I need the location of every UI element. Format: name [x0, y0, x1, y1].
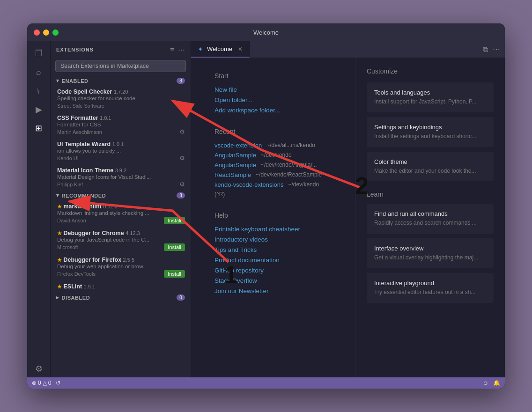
maximize-button[interactable]: [52, 29, 59, 36]
recent-item: AngularSample ~/dev/kendo/Angular...: [214, 162, 322, 169]
sidebar-title: EXTENSIONS: [56, 47, 94, 52]
source-control-icon[interactable]: ⑂: [30, 82, 47, 99]
editor-area: ✦ Welcome ✕ ⧉ ⋯: [191, 41, 505, 377]
tab-bar-actions: ⧉ ⋯: [478, 41, 505, 58]
tab-label: Welcome: [207, 45, 232, 52]
errors-status[interactable]: ⊗ 0 △ 0: [32, 380, 51, 386]
enabled-section-header[interactable]: ▾ ENABLED 8: [51, 76, 191, 86]
star-icon: ★: [57, 204, 62, 209]
github-link[interactable]: GitHub repository: [214, 267, 322, 274]
help-section: Help Printable keyboard cheatsheet Intro…: [214, 212, 322, 294]
error-icon: ⊗: [32, 380, 37, 386]
main-area: ❐ ⌕ ⑂ ▶ ⊞ ⚙ EXTENSIONS ≡ ⋯ Search Extens…: [27, 41, 505, 377]
disabled-section-header[interactable]: ▸ DISABLED 0: [51, 293, 191, 302]
status-bar: ⊗ 0 △ 0 ↺ ☺ 🔔: [27, 377, 505, 389]
gear-icon[interactable]: ⚙: [179, 128, 185, 135]
ext-code-spell-checker[interactable]: Code Spell Checker 1.7.20 Spelling check…: [51, 86, 191, 112]
gear-icon[interactable]: ⚙: [179, 154, 185, 162]
content-area: Start New file Open folder... Add worksp…: [191, 58, 505, 377]
more-icon[interactable]: ⋯: [178, 45, 185, 54]
tips-tricks-link[interactable]: Tips and Tricks: [214, 246, 322, 253]
tab-welcome[interactable]: ✦ Welcome ✕: [191, 41, 250, 58]
bell-icon[interactable]: 🔔: [493, 380, 500, 386]
add-workspace-folder-link[interactable]: Add workspace folder...: [214, 107, 322, 114]
extension-search[interactable]: Search Extensions in Marketplace: [55, 60, 186, 72]
star-icon: ★: [57, 257, 62, 263]
disabled-label: ▸ DISABLED: [56, 294, 90, 301]
ext-ui-template-wizard[interactable]: UI Template Wizard 1.0.1 ion allows you …: [51, 138, 191, 164]
install-markdownlint-button[interactable]: Install: [164, 217, 185, 224]
history-status[interactable]: ↺: [56, 380, 60, 386]
settings-icon[interactable]: ⚙: [30, 360, 47, 377]
start-title: Start: [214, 72, 322, 80]
settings-keybindings-card[interactable]: Settings and keybindings Install the set…: [367, 117, 494, 147]
gear-icon[interactable]: ⚙: [179, 181, 185, 188]
welcome-columns: Start New file Open folder... Add worksp…: [214, 72, 332, 298]
sidebar-header: EXTENSIONS ≡ ⋯: [51, 41, 191, 58]
status-right: ☺ 🔔: [483, 380, 500, 386]
welcome-panel: Start New file Open folder... Add worksp…: [191, 58, 355, 377]
recent-section: Recent vscode-extension ~/dev/al...ins/k…: [214, 128, 322, 198]
recommended-section-header[interactable]: ▾ RECOMMENDED 8: [51, 191, 191, 200]
activity-bar: ❐ ⌕ ⑂ ▶ ⊞ ⚙: [27, 41, 51, 377]
star-icon: ★: [57, 230, 62, 236]
ext-debugger-firefox[interactable]: ★ Debugger for Firefox 2.5.5 Debug your …: [51, 254, 191, 280]
tools-languages-card[interactable]: Tools and languages Install support for …: [367, 82, 494, 112]
install-debugger-chrome-button[interactable]: Install: [164, 243, 185, 251]
install-debugger-firefox-button[interactable]: Install: [164, 270, 185, 278]
ext-material-icon-theme[interactable]: Material Icon Theme 3.9.2 Material Desig…: [51, 164, 191, 191]
enabled-label: ▾ ENABLED: [56, 78, 89, 84]
interactive-playground-card[interactable]: Interactive playground Try essential edi…: [367, 273, 494, 303]
recent-item: vscode-extension ~/dev/al...ins/kendo: [214, 142, 322, 149]
ext-eslint[interactable]: ★ ESLint 1.9.1: [51, 280, 191, 293]
recommended-label: ▾ RECOMMENDED: [56, 192, 106, 199]
window-controls: [34, 29, 59, 36]
debug-icon[interactable]: ▶: [30, 101, 47, 118]
recent-item: AngularSample ~/dev/kendo: [214, 152, 322, 159]
help-title: Help: [214, 212, 322, 219]
introductory-videos-link[interactable]: Introductory videos: [214, 236, 322, 243]
keyboard-cheatsheet-link[interactable]: Printable keyboard cheatsheet: [214, 226, 322, 233]
open-folder-link[interactable]: Open folder...: [214, 96, 322, 103]
product-docs-link[interactable]: Product documentation: [214, 257, 322, 264]
window-title: Welcome: [253, 29, 279, 36]
explorer-icon[interactable]: ❐: [30, 45, 47, 62]
gear-icon[interactable]: ⚙: [179, 102, 185, 109]
history-icon: ↺: [56, 380, 60, 386]
recent-item: kendo-vscode-extensions ~/dev/kendo: [214, 181, 322, 188]
ext-markdownlint[interactable]: ★ markdownlint 0.32.0 Markdown linting a…: [51, 200, 191, 227]
recent-more: (^R): [214, 191, 322, 198]
star-icon: ★: [57, 284, 62, 289]
split-editor-icon[interactable]: ⧉: [483, 45, 488, 54]
new-file-link[interactable]: New file: [214, 86, 322, 93]
enabled-count: 8: [177, 78, 185, 84]
vscode-window: Welcome ❐ ⌕ ⑂ ▶ ⊞ ⚙ EXTENSIONS ≡ ⋯: [27, 23, 505, 389]
more-tab-actions-icon[interactable]: ⋯: [493, 45, 500, 54]
newsletter-link[interactable]: Join our Newsletter: [214, 287, 322, 294]
disabled-count: 0: [177, 294, 185, 301]
find-commands-card[interactable]: Find and run all commands Rapidly access…: [367, 204, 494, 234]
close-button[interactable]: [34, 29, 40, 36]
customize-title: Customize: [367, 67, 494, 75]
tab-bar: ✦ Welcome ✕ ⧉ ⋯: [191, 41, 505, 58]
status-left: ⊗ 0 △ 0 ↺: [32, 380, 60, 386]
welcome-tab-icon: ✦: [198, 45, 203, 53]
ext-debugger-chrome[interactable]: ★ Debugger for Chrome 4.12.3 Debug your …: [51, 227, 191, 254]
recent-item: ReactSample ~/dev/kendo/ReactSample: [214, 171, 322, 178]
filter-icon[interactable]: ≡: [170, 45, 174, 54]
extensions-sidebar: EXTENSIONS ≡ ⋯ Search Extensions in Mark…: [51, 41, 191, 377]
stackoverflow-link[interactable]: Stack Overflow: [214, 277, 322, 284]
warning-icon: △: [43, 380, 47, 386]
ext-css-formatter[interactable]: CSS Formatter 1.0.1 Formatter for CSS Ma…: [51, 112, 191, 138]
color-theme-card[interactable]: Color theme Make the editor and your cod…: [367, 152, 494, 182]
learn-title: Learn: [367, 191, 494, 198]
minimize-button[interactable]: [43, 29, 49, 36]
smiley-icon[interactable]: ☺: [483, 380, 488, 386]
titlebar: Welcome: [27, 23, 505, 41]
start-section: Start New file Open folder... Add worksp…: [214, 72, 322, 114]
search-icon[interactable]: ⌕: [30, 64, 47, 81]
interface-overview-card[interactable]: Interface overview Get a visual overlay …: [367, 238, 494, 268]
extensions-icon[interactable]: ⊞: [30, 120, 47, 137]
tab-close-button[interactable]: ✕: [238, 46, 243, 52]
customize-panel: Customize Tools and languages Install su…: [355, 58, 505, 377]
